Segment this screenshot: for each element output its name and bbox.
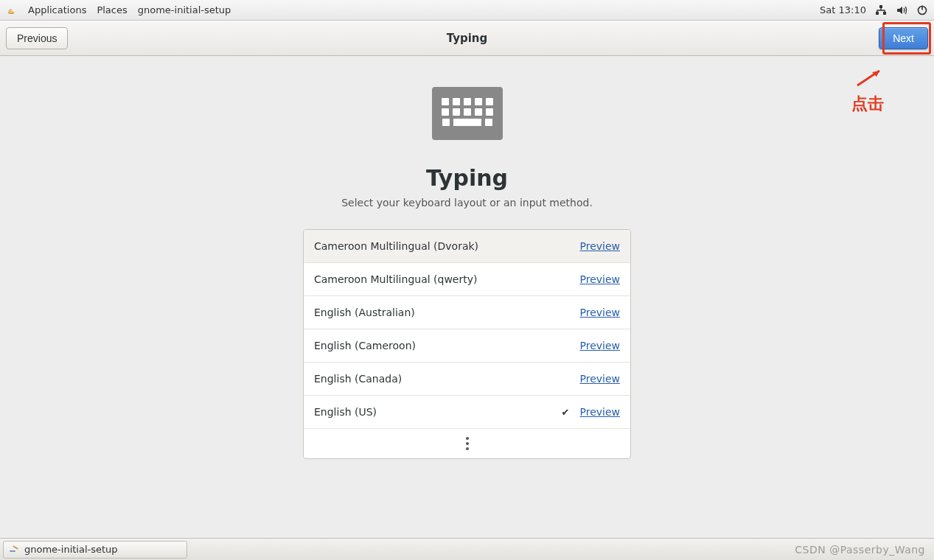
preferences-icon <box>8 544 20 556</box>
watermark: CSDN @Passerby_Wang <box>795 544 925 556</box>
svg-rect-2 <box>883 12 886 15</box>
clock[interactable]: Sat 13:10 <box>820 4 866 15</box>
check-icon: ✔ <box>562 407 570 418</box>
taskbar-app-label: gnome-initial-setup <box>24 544 118 555</box>
layout-row[interactable]: Cameroon Multilingual (qwerty)Preview <box>304 263 630 296</box>
volume-icon[interactable] <box>896 4 907 16</box>
more-layouts-button[interactable] <box>304 429 630 458</box>
header-bar: Previous Typing Next <box>0 21 934 56</box>
power-icon[interactable] <box>916 4 928 16</box>
layout-label: English (Australian) <box>314 307 415 318</box>
header-title: Typing <box>0 32 934 45</box>
layout-row[interactable]: English (Canada)Preview <box>304 363 630 396</box>
page-subtitle: Select your keyboard layout or an input … <box>341 197 593 209</box>
network-icon[interactable] <box>875 4 887 16</box>
layout-label: English (Canada) <box>314 373 402 385</box>
top-panel: Applications Places gnome-initial-setup … <box>0 0 934 21</box>
layout-row[interactable]: Cameroon Multilingual (Dvorak)Preview <box>304 230 630 263</box>
content-area: Typing Select your keyboard layout or an… <box>0 56 934 538</box>
previous-button[interactable]: Previous <box>6 27 68 49</box>
taskbar-app-button[interactable]: gnome-initial-setup <box>3 541 187 559</box>
svg-rect-4 <box>921 5 923 10</box>
svg-rect-1 <box>876 12 879 15</box>
keyboard-layout-list: Cameroon Multilingual (Dvorak)PreviewCam… <box>303 229 631 459</box>
next-button[interactable]: Next <box>879 27 928 49</box>
layout-row[interactable]: English (Cameroon)Preview <box>304 329 630 363</box>
page-title: Typing <box>426 165 508 191</box>
layout-label: Cameroon Multilingual (Dvorak) <box>314 240 478 252</box>
menu-current-app[interactable]: gnome-initial-setup <box>138 4 231 15</box>
layout-label: Cameroon Multilingual (qwerty) <box>314 273 477 285</box>
layout-label: English (US) <box>314 406 377 418</box>
more-icon <box>466 437 469 450</box>
preview-link[interactable]: Preview <box>580 406 621 418</box>
layout-row[interactable]: English (US)✔Preview <box>304 396 630 429</box>
preview-link[interactable]: Preview <box>580 373 621 385</box>
preview-link[interactable]: Preview <box>580 307 621 318</box>
menu-places[interactable]: Places <box>97 4 127 15</box>
layout-row[interactable]: English (Australian)Preview <box>304 296 630 329</box>
activities-icon <box>6 4 18 16</box>
preview-link[interactable]: Preview <box>580 240 621 252</box>
svg-rect-6 <box>13 545 18 550</box>
layout-label: English (Cameroon) <box>314 340 416 351</box>
svg-rect-0 <box>879 5 882 8</box>
menu-applications[interactable]: Applications <box>28 4 86 15</box>
keyboard-icon <box>432 87 503 140</box>
preview-link[interactable]: Preview <box>580 340 621 351</box>
svg-rect-5 <box>10 550 15 552</box>
taskbar: gnome-initial-setup <box>0 538 934 560</box>
preview-link[interactable]: Preview <box>580 273 621 285</box>
